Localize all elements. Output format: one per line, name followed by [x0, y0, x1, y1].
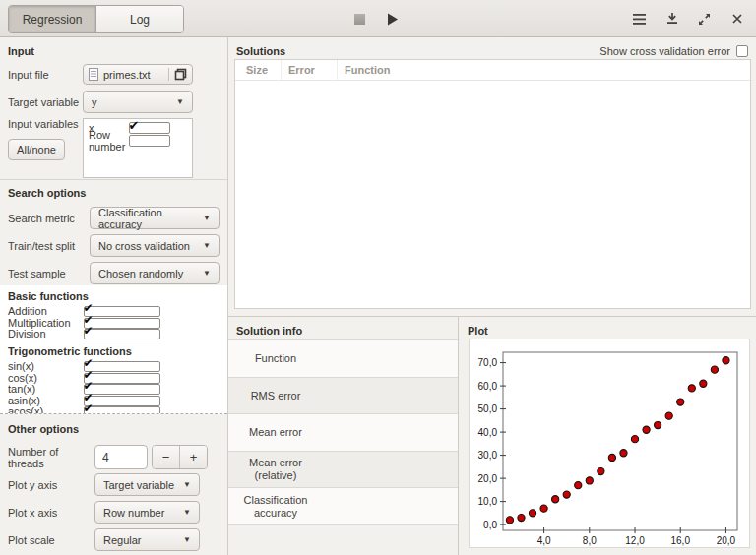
- target-variable-label: Target variable: [8, 96, 83, 108]
- function-checkbox[interactable]: [84, 373, 161, 384]
- function-name: Division: [8, 329, 84, 339]
- row-label: RMS error: [228, 390, 323, 402]
- function-name: Multiplication: [8, 318, 84, 329]
- expand-button[interactable]: [697, 12, 712, 27]
- svg-text:12,0: 12,0: [625, 535, 645, 546]
- play-icon: [387, 13, 399, 26]
- threads-input[interactable]: 4: [94, 445, 148, 469]
- table-row: Mean error(relative): [228, 452, 458, 488]
- chevron-down-icon: ▼: [183, 535, 191, 544]
- plot-y-axis-value: Target variable: [103, 479, 174, 491]
- function-checkbox[interactable]: [84, 406, 161, 414]
- svg-text:16,0: 16,0: [670, 535, 690, 546]
- play-button[interactable]: [385, 12, 400, 27]
- variable-name: Row number: [89, 129, 129, 153]
- download-icon: [666, 13, 678, 25]
- test-sample-select[interactable]: Chosen randomly ▼: [90, 262, 220, 284]
- solutions-title: Solutions: [236, 45, 285, 57]
- copy-icon: [174, 68, 187, 81]
- solution-info-table: Function RMS error Mean error Mean error…: [228, 339, 458, 525]
- tab-log[interactable]: Log: [95, 6, 183, 32]
- threads-stepper: − +: [152, 445, 208, 469]
- function-name: Addition: [8, 306, 84, 317]
- plot-scale-select[interactable]: Regular ▼: [94, 528, 200, 551]
- plot-scale-value: Regular: [103, 534, 142, 546]
- svg-text:20,0: 20,0: [717, 535, 736, 546]
- show-cv-checkbox[interactable]: [736, 45, 748, 57]
- function-item[interactable]: acos(x): [8, 406, 220, 414]
- svg-text:8,0: 8,0: [583, 535, 597, 546]
- close-icon: [732, 14, 742, 24]
- search-metric-select[interactable]: Classification accuracy ▼: [90, 207, 220, 229]
- solution-info-panel: Solution info Function RMS error Mean er…: [228, 317, 459, 555]
- tab-regression[interactable]: Regression: [9, 6, 95, 32]
- plot-y-axis-label: Plot y axis: [8, 479, 94, 491]
- close-button[interactable]: [729, 12, 744, 27]
- input-variables-label: Input variables: [8, 118, 79, 130]
- function-item[interactable]: Addition: [8, 306, 220, 318]
- function-item[interactable]: tan(x): [8, 384, 220, 396]
- menu-button[interactable]: [632, 12, 647, 27]
- solutions-table[interactable]: Size Error Function: [234, 59, 751, 309]
- row-label: Mean error: [228, 457, 323, 469]
- list-item[interactable]: Row number: [84, 134, 192, 147]
- all-none-button[interactable]: All/none: [8, 139, 65, 160]
- function-item[interactable]: Division: [8, 329, 220, 340]
- function-checkbox[interactable]: [84, 384, 161, 395]
- function-item[interactable]: cos(x): [8, 372, 220, 384]
- column-header-size[interactable]: Size: [235, 60, 282, 80]
- table-row: RMS error: [228, 378, 458, 414]
- stop-button[interactable]: [352, 12, 367, 27]
- function-checkbox[interactable]: [84, 361, 161, 372]
- app-window: Regression Log Input: [0, 0, 756, 555]
- plot-x-axis-select[interactable]: Row number ▼: [94, 501, 200, 524]
- other-options-title: Other options: [8, 423, 220, 435]
- download-button[interactable]: [664, 12, 679, 27]
- chevron-down-icon: ▼: [183, 480, 191, 489]
- plot-canvas[interactable]: 0,010,020,030,040,050,060,070,04,08,012,…: [469, 339, 750, 548]
- increment-button[interactable]: +: [179, 446, 207, 468]
- chevron-down-icon: ▼: [203, 241, 211, 250]
- variable-checkbox[interactable]: [129, 135, 171, 147]
- input-file-label: Input file: [8, 69, 83, 81]
- svg-text:70,0: 70,0: [478, 357, 498, 368]
- function-checkbox[interactable]: [84, 396, 161, 406]
- decrement-button[interactable]: −: [153, 446, 179, 468]
- input-file-name: primes.txt: [103, 69, 166, 81]
- svg-text:40,0: 40,0: [478, 427, 498, 438]
- row-label-line2: accuracy: [228, 507, 323, 520]
- column-header-error[interactable]: Error: [282, 60, 338, 80]
- search-metric-label: Search metric: [8, 213, 90, 224]
- divider: [168, 68, 169, 81]
- function-checkbox[interactable]: [84, 329, 161, 339]
- plot-x-axis-label: Plot x axis: [8, 507, 94, 519]
- variable-checkbox[interactable]: [129, 122, 171, 134]
- function-item[interactable]: sin(x): [8, 361, 220, 373]
- plot-x-axis-value: Row number: [103, 507, 164, 519]
- other-options-section: Other options Number of threads 4 − + Pl…: [0, 414, 227, 551]
- function-item[interactable]: asin(x): [8, 396, 220, 407]
- function-checkbox[interactable]: [84, 306, 161, 317]
- plot-y-axis-select[interactable]: Target variable ▼: [94, 473, 200, 496]
- svg-text:50,0: 50,0: [478, 403, 498, 414]
- column-header-function[interactable]: Function: [338, 60, 750, 80]
- toolbar: Regression Log: [0, 0, 756, 37]
- table-row: Classificationaccuracy: [228, 488, 458, 525]
- train-test-split-select[interactable]: No cross validation ▼: [90, 234, 220, 257]
- svg-text:4,0: 4,0: [537, 535, 551, 546]
- solution-info-title: Solution info: [228, 317, 458, 337]
- function-name: acos(x): [8, 406, 84, 414]
- input-file-button[interactable]: primes.txt: [83, 64, 193, 85]
- view-tabs: Regression Log: [8, 5, 184, 33]
- menu-icon: [633, 14, 646, 25]
- threads-label: Number of threads: [8, 446, 94, 469]
- target-variable-select[interactable]: y ▼: [83, 91, 193, 113]
- run-controls: [352, 0, 400, 37]
- function-checkbox[interactable]: [84, 318, 161, 329]
- input-section-title: Input: [8, 45, 220, 57]
- test-sample-label: Test sample: [8, 268, 90, 279]
- search-metric-value: Classification accuracy: [98, 207, 199, 230]
- train-test-split-label: Train/test split: [8, 240, 90, 252]
- target-variable-value: y: [92, 96, 97, 108]
- function-item[interactable]: Multiplication: [8, 318, 220, 330]
